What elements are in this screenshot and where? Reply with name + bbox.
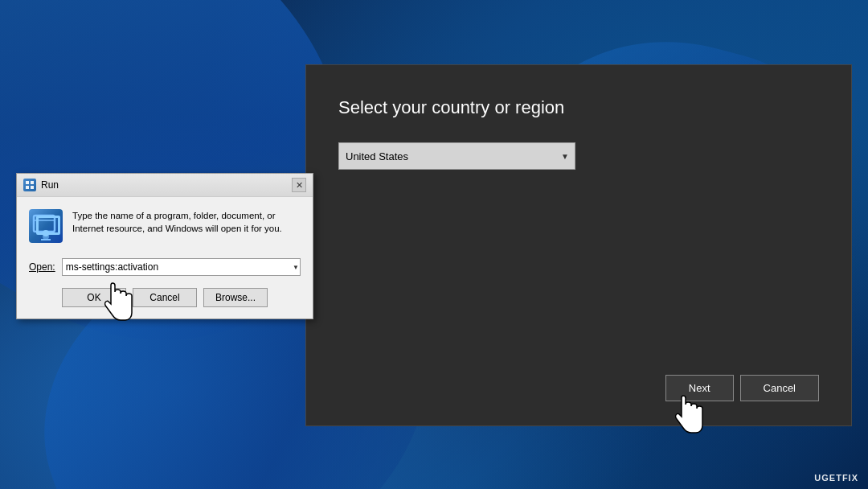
svg-rect-2 [26, 186, 29, 189]
setup-footer: Next Cancel [338, 375, 819, 401]
cancel-button[interactable]: Cancel [740, 375, 819, 401]
run-open-row: Open: ▼ [17, 255, 313, 284]
svg-rect-4 [34, 216, 55, 232]
run-app-icon [23, 179, 36, 191]
run-cancel-button[interactable]: Cancel [133, 288, 197, 307]
run-input-wrapper: ▼ [62, 258, 301, 276]
run-icon-inner [29, 209, 63, 243]
svg-rect-0 [26, 181, 29, 184]
run-title-left: Run [23, 179, 59, 191]
watermark: UGETFIX [814, 473, 858, 483]
run-browse-button[interactable]: Browse... [203, 288, 268, 307]
country-select[interactable]: United States [338, 142, 575, 170]
run-close-button[interactable]: ✕ [292, 178, 306, 192]
svg-point-6 [43, 233, 49, 240]
run-body: Type the name of a program, folder, docu… [17, 197, 313, 255]
run-description: Type the name of a program, folder, docu… [72, 209, 301, 243]
run-input-arrow-icon: ▼ [293, 264, 299, 271]
run-open-label: Open: [29, 261, 55, 273]
run-input[interactable] [62, 258, 301, 276]
next-button[interactable]: Next [665, 375, 734, 401]
svg-rect-3 [31, 186, 34, 189]
run-ok-button[interactable]: OK [62, 288, 126, 307]
setup-dialog: Select your country or region United Sta… [305, 64, 852, 426]
svg-rect-1 [31, 181, 34, 184]
run-big-icon [29, 209, 63, 243]
setup-title: Select your country or region [338, 97, 819, 118]
run-dialog-title: Run [41, 179, 59, 191]
run-dialog: Run ✕ Type the name of a program, folder… [16, 173, 313, 319]
country-select-wrapper[interactable]: United States [338, 142, 575, 170]
run-buttons: OK Cancel Browse... [17, 284, 313, 318]
run-titlebar: Run ✕ [17, 174, 313, 197]
